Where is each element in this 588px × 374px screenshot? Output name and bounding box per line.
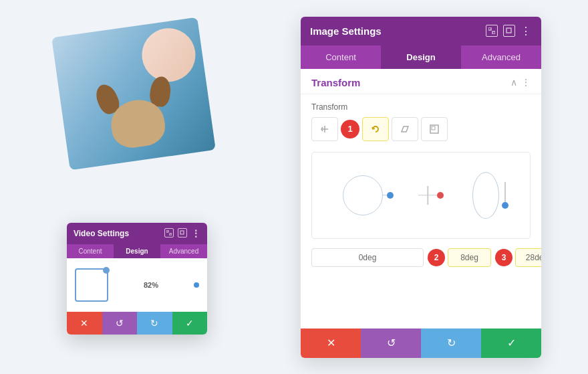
badge-2: 2 [428,249,445,266]
input-badge-2-wrap: 2 8deg [428,248,491,267]
viz-axis [418,175,438,215]
badge-1: 1 [341,120,359,138]
vs-tab-design[interactable]: Design [114,244,160,258]
transform-skew-button[interactable] [392,117,418,141]
vs-resize-icon[interactable] [164,228,174,238]
input-badge-3-wrap: 3 28deg [495,248,541,267]
undo-button[interactable]: ↺ [361,329,421,358]
panel-resize-icon[interactable] [486,25,498,37]
panel-header: Image Settings ⋮ [301,17,541,45]
transform-label: Transform [311,102,531,112]
video-settings-panel: Video Settings ⋮ Content Design Advanced… [67,223,207,335]
vs-content-area: 82% [67,258,207,312]
input-y-rotation[interactable]: 8deg [448,248,491,267]
transform-inputs: 2 8deg 3 28deg [311,248,531,267]
vs-percentage: 82% [144,281,158,289]
svg-rect-9 [432,126,435,130]
vs-footer: ✕ ↺ ↻ ✓ [67,312,207,335]
panel-body: Transform ∧ ⋮ Transform [301,69,541,329]
transform-section-header: Transform ∧ ⋮ [301,69,541,94]
photo-background [51,17,216,170]
section-collapse-icon[interactable]: ∧ [510,77,517,88]
viz-circle [343,175,383,215]
panel-duplicate-icon[interactable] [503,25,515,37]
tab-advanced[interactable]: Advanced [461,45,541,69]
hand-illustration [138,24,198,84]
image-settings-panel: Image Settings ⋮ Content Design Advanced… [301,17,541,358]
panel-footer: ✕ ↺ ↻ ✓ [301,329,541,358]
redo-button[interactable]: ↻ [421,329,481,358]
vs-tab-content[interactable]: Content [67,244,114,258]
svg-rect-5 [506,28,511,33]
circle-dot [387,192,394,199]
vs-header-icons: ⋮ [164,228,200,239]
save-button[interactable]: ✓ [481,329,541,358]
badge-3: 3 [495,249,512,266]
vs-box-corner [103,267,110,274]
vs-duplicate-icon[interactable] [178,228,187,238]
viz-ellipse [472,172,499,219]
panel-more-icon[interactable]: ⋮ [521,25,532,37]
vs-indicator-dot [194,282,199,288]
panel-title: Image Settings [310,25,382,37]
circle-shape [343,175,383,215]
transform-scale-button[interactable] [421,117,448,141]
transform-section-title: Transform [311,77,360,88]
svg-rect-3 [488,27,491,30]
tab-content[interactable]: Content [301,45,381,69]
tab-design[interactable]: Design [381,45,461,69]
svg-rect-0 [166,230,168,232]
cancel-button[interactable]: ✕ [301,329,361,358]
svg-rect-4 [492,31,495,34]
transform-move-button[interactable] [311,117,338,141]
vs-cancel-button[interactable]: ✕ [67,312,102,335]
vs-save-button[interactable]: ✓ [172,312,208,335]
transform-area: Transform 1 [301,94,541,275]
svg-rect-1 [170,233,172,236]
transform-buttons: 1 [311,117,531,141]
vs-tabs: Content Design Advanced [67,244,207,258]
vs-redo-button[interactable]: ↻ [137,312,172,335]
panel-header-icons: ⋮ [486,25,532,37]
transform-rotate-button[interactable] [362,117,389,141]
svg-rect-2 [180,231,184,234]
input-x-rotation[interactable] [311,248,424,267]
vs-panel-header: Video Settings ⋮ [67,223,207,244]
panel-tabs: Content Design Advanced [301,45,541,69]
vs-undo-button[interactable]: ↺ [102,312,138,335]
transform-rotate-wrap: 1 [341,117,389,141]
section-controls: ∧ ⋮ [510,77,531,88]
vs-tab-advanced[interactable]: Advanced [160,244,207,258]
left-section: Video Settings ⋮ Content Design Advanced… [47,27,274,348]
ellipse-shape [472,172,499,219]
vs-panel-title: Video Settings [74,229,129,238]
input-z-rotation[interactable]: 28deg [515,248,541,267]
vs-box-icon [75,268,108,302]
section-more-icon[interactable]: ⋮ [521,77,531,88]
vs-more-icon[interactable]: ⋮ [191,228,200,239]
transform-visualizer [311,152,531,239]
